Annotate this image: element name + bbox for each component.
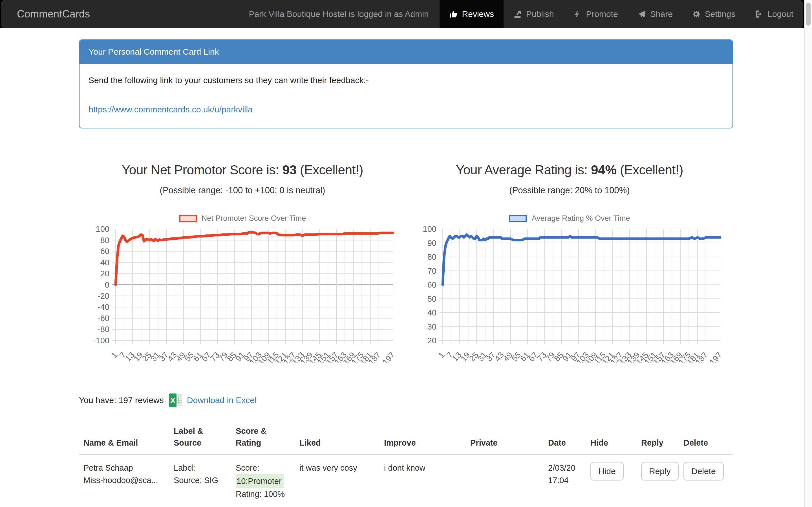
table-header-row: Name & Email Label & Source Score & Rati… [79,420,733,454]
svg-text:X: X [170,396,175,405]
excel-icon: X [168,393,183,407]
svg-text:-100: -100 [93,336,109,345]
nps-value: 93 [283,163,297,177]
svg-text:-40: -40 [98,302,109,312]
col-reply: Reply [637,420,679,454]
rating-legend-label: Average Rating % Over Time [531,214,630,223]
rating-value: 94% [591,163,617,177]
svg-text:197: 197 [380,350,396,362]
cell-private [466,454,544,507]
comment-card-link[interactable]: https://www.commentcards.co.uk/u/parkvil… [89,105,253,114]
nav-item-reviews[interactable]: Reviews [440,0,504,28]
nps-chart-column: Your Net Promotor Score is: 93 (Excellen… [79,162,406,362]
nps-legend-label: Net Promoter Score Over Time [202,214,306,223]
svg-text:60: 60 [100,247,109,256]
svg-text:1: 1 [437,350,446,360]
reviews-table: Name & Email Label & Source Score & Rati… [79,420,733,507]
rating-legend: Average Rating % Over Time [406,214,733,223]
svg-text:197: 197 [708,350,723,362]
col-delete: Delete [679,420,733,454]
col-name-email: Name & Email [79,420,169,454]
rating-chart-column: Your Average Rating is: 94% (Excellent!)… [406,162,733,362]
col-improve: Improve [379,420,466,454]
nav-item-label: Share [650,9,673,19]
svg-text:20: 20 [427,336,437,345]
scrollbar-thumb[interactable] [806,3,811,25]
rating-legend-swatch [509,215,527,222]
nav-item-label: Reviews [462,9,494,19]
scrollbar-track[interactable] [804,0,812,507]
svg-text:70: 70 [427,267,437,276]
hide-button[interactable]: Hide [591,462,624,481]
link-instruction: Send the following link to your customer… [89,75,723,85]
svg-text:-60: -60 [98,314,109,323]
personal-link-panel: Your Personal Comment Card Link Send the… [79,40,733,128]
nav-item-label: Settings [705,9,735,19]
cell-improve: i dont know [379,454,466,507]
svg-text:80: 80 [427,252,437,262]
cell-date: 2/03/20 17:04 [544,454,586,507]
nav-item-logout[interactable]: Logout [745,0,803,28]
svg-text:40: 40 [427,308,437,317]
gear-icon [692,10,701,18]
svg-text:90: 90 [427,238,437,247]
col-date: Date [544,420,586,454]
delete-button[interactable]: Delete [683,462,724,481]
nav-item-label: Logout [767,9,794,19]
brand-logo[interactable]: CommentCards [1,8,90,20]
reply-button[interactable]: Reply [641,462,679,481]
nps-title: Your Net Promotor Score is: 93 (Excellen… [79,162,406,177]
thumbs-up-icon [449,10,458,18]
nps-range-note: (Possible range: -100 to +100; 0 is neut… [79,185,406,195]
nps-legend-swatch [179,215,197,222]
svg-text:30: 30 [427,322,437,331]
cell-score-rating: Score: 10:Promoter Rating: 100% [231,454,295,507]
logout-icon [755,10,763,18]
svg-text:80: 80 [100,236,109,245]
cell-name-email: Petra Schaap Miss-hoodoo@sca... [79,454,169,507]
logged-in-status: Park Villa Boutique Hostel is logged in … [249,9,428,19]
col-hide: Hide [586,420,637,454]
nav-item-publish[interactable]: Publish [504,0,563,28]
col-liked: Liked [295,420,379,454]
review-count: You have: 197 reviews [79,395,164,405]
svg-text:-80: -80 [98,325,109,334]
col-score-rating: Score & Rating [231,420,295,454]
rating-chart-canvas: 1009080706050403020171319253137434955616… [406,224,733,362]
svg-text:20: 20 [100,269,109,278]
promoter-badge: 10:Promoter [236,474,284,489]
svg-text:1: 1 [109,350,119,360]
cell-liked: it was very cosy [295,454,379,507]
rating-range-note: (Possible range: 20% to 100%) [406,185,733,195]
download-excel-link[interactable]: Download in Excel [187,395,257,405]
col-private: Private [466,420,544,454]
nav-item-label: Publish [526,9,554,19]
main-content: Your Personal Comment Card Link Send the… [79,0,733,507]
panel-title: Your Personal Comment Card Link [80,40,732,64]
charts-section: Your Net Promotor Score is: 93 (Excellen… [79,162,733,362]
nav-item-settings[interactable]: Settings [682,0,745,28]
svg-text:60: 60 [427,280,437,289]
cell-label-source: Label: Source: SIG [169,454,231,507]
col-label-source: Label & Source [169,420,231,454]
bolt-icon [573,10,582,18]
rating-title: Your Average Rating is: 94% (Excellent!) [406,162,733,177]
nav-item-promote[interactable]: Promote [563,0,627,28]
svg-text:100: 100 [423,224,437,233]
publish-icon [513,10,522,18]
table-row: Petra Schaap Miss-hoodoo@sca... Label: S… [79,454,733,507]
navbar: CommentCards Park Villa Boutique Hostel … [1,0,803,28]
nav-menu: Reviews Publish Promote Share Settings L… [440,0,803,28]
reviews-summary: You have: 197 reviews X Download in Exce… [79,393,733,407]
svg-text:-20: -20 [98,291,109,300]
svg-text:40: 40 [100,258,109,267]
nps-chart-canvas: 100806040200-20-40-60-80-100171319253137… [79,224,406,362]
nav-item-share[interactable]: Share [627,0,682,28]
nav-item-label: Promote [586,9,618,19]
svg-text:0: 0 [105,280,109,289]
send-icon [637,10,646,18]
panel-body: Send the following link to your customer… [80,64,732,128]
svg-text:100: 100 [96,224,109,233]
svg-text:50: 50 [427,294,437,303]
nps-legend: Net Promoter Score Over Time [79,214,406,223]
